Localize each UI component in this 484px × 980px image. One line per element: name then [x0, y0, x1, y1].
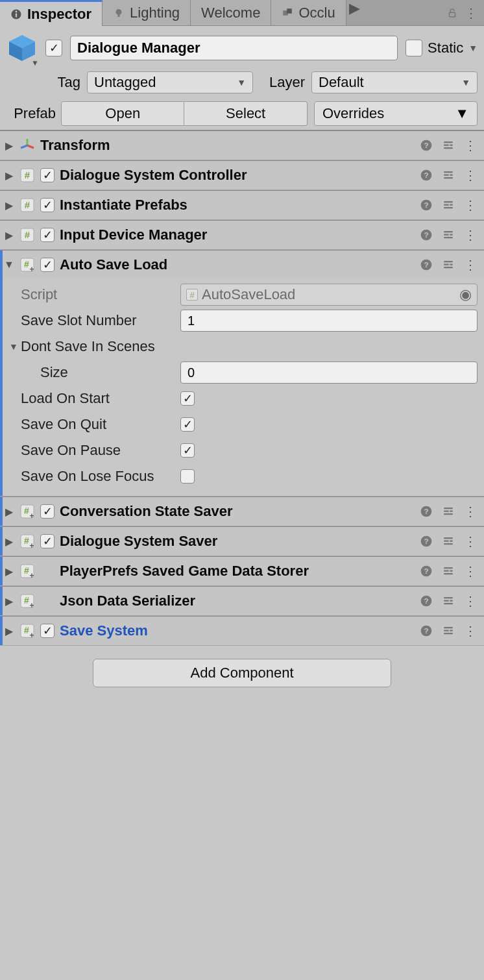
kebab-icon[interactable]: ⋮ — [462, 227, 479, 243]
tab-welcome[interactable]: Welcome — [191, 0, 271, 25]
script-object-field[interactable]: # AutoSaveLoad ◉ — [180, 284, 478, 306]
kebab-icon[interactable]: ⋮ — [462, 137, 479, 154]
help-icon[interactable]: ? — [418, 227, 435, 243]
help-icon[interactable]: ? — [418, 622, 435, 639]
load-on-start-label: Load On Start — [9, 390, 175, 407]
kebab-icon[interactable]: ⋮ — [462, 197, 479, 214]
save-on-lose-focus-checkbox[interactable] — [180, 469, 195, 484]
kebab-icon[interactable]: ⋮ — [462, 256, 479, 273]
help-icon[interactable]: ? — [418, 503, 435, 520]
kebab-icon[interactable]: ⋮ — [465, 5, 478, 21]
svg-text:+: + — [29, 571, 34, 579]
prefab-open-button[interactable]: Open — [61, 101, 184, 126]
foldout-icon[interactable]: ▶ — [4, 140, 14, 152]
foldout-icon[interactable]: ▶ — [4, 565, 14, 578]
enable-checkbox[interactable]: ✓ — [40, 624, 54, 638]
kebab-icon[interactable]: ⋮ — [462, 563, 479, 580]
foldout-icon[interactable]: ▶ — [4, 595, 14, 607]
lock-icon[interactable] — [446, 7, 458, 19]
svg-rect-24 — [444, 171, 453, 173]
foldout-icon[interactable]: ▶ — [4, 506, 14, 518]
kebab-icon[interactable]: ⋮ — [462, 593, 479, 609]
help-icon[interactable]: ? — [418, 563, 435, 580]
foldout-icon[interactable]: ▶ — [4, 199, 14, 212]
prefab-select-button[interactable]: Select — [184, 101, 307, 126]
static-label: Static — [428, 40, 463, 56]
enable-checkbox[interactable]: ✓ — [40, 168, 54, 182]
save-on-quit-label: Save On Quit — [9, 416, 175, 433]
enable-checkbox[interactable]: ✓ — [40, 534, 54, 548]
component-auto-save-load: ▼ #+ ✓ Auto Save Load ? ⋮ Script # AutoS… — [0, 250, 484, 496]
svg-rect-43 — [444, 237, 453, 238]
preset-icon[interactable] — [440, 593, 457, 609]
svg-rect-34 — [450, 204, 453, 206]
enable-checkbox[interactable]: ✓ — [40, 504, 54, 519]
object-picker-icon[interactable]: ◉ — [459, 286, 472, 303]
kebab-icon[interactable]: ⋮ — [462, 503, 479, 520]
enable-checkbox[interactable]: ✓ — [40, 228, 54, 242]
svg-text:+: + — [29, 631, 34, 639]
foldout-icon[interactable]: ▼ — [9, 341, 18, 352]
tab-inspector[interactable]: Inspector — [0, 0, 103, 26]
tab-lighting[interactable]: Lighting — [103, 0, 191, 25]
foldout-icon[interactable]: ▼ — [4, 259, 14, 271]
foldout-icon[interactable]: ▶ — [4, 535, 14, 548]
kebab-icon[interactable]: ⋮ — [462, 622, 479, 639]
svg-rect-97 — [444, 633, 453, 634]
help-icon[interactable]: ? — [418, 137, 435, 154]
preset-icon[interactable] — [440, 256, 457, 273]
gameobject-name-input[interactable] — [70, 36, 398, 60]
tab-bar: Inspector Lighting Welcome Occlu ▶ ⋮ — [0, 0, 484, 26]
tag-dropdown[interactable]: Untagged ▼ — [87, 71, 253, 93]
chevron-down-icon[interactable]: ▼ — [468, 43, 478, 53]
component-title: Save System — [60, 622, 413, 639]
foldout-icon[interactable]: ▶ — [4, 169, 14, 182]
layer-dropdown[interactable]: Default ▼ — [311, 71, 478, 93]
add-component-button[interactable]: Add Component — [93, 659, 391, 687]
component-title: PlayerPrefs Saved Game Data Storer — [60, 563, 413, 580]
size-label: Size — [9, 364, 175, 381]
save-on-pause-checkbox[interactable]: ✓ — [180, 443, 195, 458]
component-title: Dialogue System Controller — [60, 167, 413, 184]
enable-checkbox[interactable]: ✓ — [40, 198, 54, 212]
tab-occlusion[interactable]: Occlu — [271, 0, 346, 25]
preset-icon[interactable] — [440, 227, 457, 243]
preset-icon[interactable] — [440, 622, 457, 639]
tag-value: Untagged — [94, 74, 156, 91]
preset-icon[interactable] — [440, 167, 457, 184]
enable-checkbox[interactable]: ✓ — [40, 258, 54, 272]
active-checkbox[interactable]: ✓ — [45, 40, 62, 56]
svg-point-3 — [116, 9, 122, 15]
svg-text:#: # — [24, 625, 29, 635]
prefab-overrides-dropdown[interactable]: Overrides ▼ — [314, 101, 478, 126]
foldout-icon[interactable]: ▶ — [4, 625, 14, 637]
save-slot-input[interactable] — [180, 310, 478, 332]
tab-label: Occlu — [298, 5, 335, 21]
preset-icon[interactable] — [440, 503, 457, 520]
static-checkbox[interactable] — [405, 40, 422, 56]
kebab-icon[interactable]: ⋮ — [462, 167, 479, 184]
preset-icon[interactable] — [440, 137, 457, 154]
preset-icon[interactable] — [440, 197, 457, 214]
help-icon[interactable]: ? — [418, 197, 435, 214]
svg-text:?: ? — [424, 171, 428, 179]
svg-text:#: # — [24, 506, 29, 516]
svg-text:?: ? — [424, 537, 428, 545]
size-input[interactable] — [180, 361, 478, 384]
tab-label: Lighting — [130, 5, 180, 21]
tab-overflow-icon[interactable]: ▶ — [346, 0, 363, 25]
preset-icon[interactable] — [440, 533, 457, 550]
foldout-icon[interactable]: ▶ — [4, 229, 14, 241]
save-on-quit-checkbox[interactable]: ✓ — [180, 417, 195, 432]
prefab-cube-icon[interactable]: ▼ — [6, 32, 38, 64]
kebab-icon[interactable]: ⋮ — [462, 533, 479, 550]
svg-rect-26 — [450, 175, 453, 176]
help-icon[interactable]: ? — [418, 533, 435, 550]
help-icon[interactable]: ? — [418, 593, 435, 609]
help-icon[interactable]: ? — [418, 167, 435, 184]
preset-icon[interactable] — [440, 563, 457, 580]
help-icon[interactable]: ? — [418, 256, 435, 273]
component-save-system: ▶ #+ ✓ Save System ? ⋮ — [0, 616, 484, 646]
load-on-start-checkbox[interactable]: ✓ — [180, 391, 195, 406]
dont-save-label[interactable]: ▼Dont Save In Scenes — [9, 338, 175, 355]
